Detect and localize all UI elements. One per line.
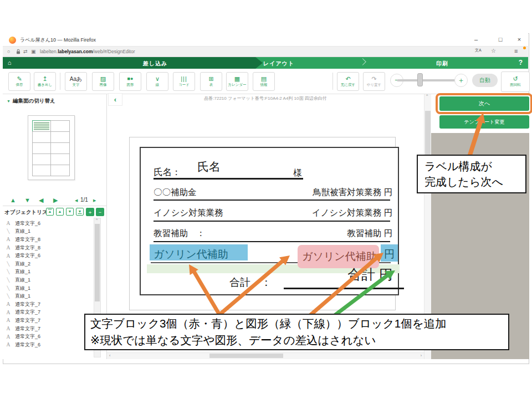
thumbnail-cell[interactable]: [50, 120, 70, 132]
shield-icon[interactable]: ○: [7, 48, 10, 55]
scroll-left-icon[interactable]: ‹: [109, 354, 110, 357]
scroll-up-icon[interactable]: ^: [96, 218, 98, 222]
thumbnail-cell[interactable]: [50, 131, 70, 143]
training-value-text[interactable]: 教習補助 円: [266, 228, 392, 239]
minimize-button[interactable]: –: [469, 34, 483, 45]
object-list-item[interactable]: A通常文字_7: [4, 316, 92, 325]
thumbnail-cell[interactable]: [32, 154, 52, 165]
export-button[interactable]: ↥書き出し: [34, 72, 56, 91]
remove-object-button[interactable]: −: [96, 208, 104, 216]
object-list-item[interactable]: A通常文字_6: [4, 219, 92, 228]
menu-icon[interactable]: ≡: [514, 48, 518, 54]
maximize-button[interactable]: □: [493, 34, 508, 45]
total-value-text[interactable]: 合計 円: [347, 265, 393, 284]
add-object-button[interactable]: ＋: [86, 208, 94, 216]
translate-icon[interactable]: 文A: [475, 48, 482, 53]
thumbnail-cell-active[interactable]: [32, 120, 52, 132]
scroll-right-icon[interactable]: ›: [421, 354, 422, 357]
name-label-text[interactable]: 氏名：: [154, 166, 181, 178]
info-tool-button[interactable]: ▤情報: [253, 72, 275, 91]
underline-object[interactable]: [154, 221, 390, 222]
edit-face-panel-label: 編集面の切り替え: [13, 98, 55, 104]
thumbnail-cell[interactable]: [32, 131, 52, 143]
zoom-slider-track[interactable]: [397, 79, 462, 81]
thumbnail-cell[interactable]: [50, 154, 70, 165]
bring-forward-button[interactable]: ▲: [56, 208, 64, 216]
object-list-item[interactable]: ╲直線_1: [4, 276, 92, 284]
text-tool-button[interactable]: Aaあ文字: [65, 72, 87, 91]
save-button[interactable]: ✎保存: [8, 72, 30, 91]
object-list-item[interactable]: ╲直線_1: [4, 284, 92, 293]
underline-object[interactable]: [284, 288, 404, 289]
underline-object[interactable]: [154, 178, 303, 180]
face-up-button[interactable]: ▲: [10, 197, 16, 203]
gasoline-text-block-blue[interactable]: ガソリン代補助: [150, 244, 248, 260]
training-label-text[interactable]: 教習補助 ：: [154, 228, 205, 239]
bring-to-front-button[interactable]: ▲: [46, 208, 54, 216]
sama-text[interactable]: 様: [293, 167, 302, 179]
subsidy-value-text[interactable]: 鳥獣被害対策業務 円: [266, 187, 392, 198]
rotate-face-button[interactable]: ↺面回転: [501, 71, 530, 92]
boar-value-text[interactable]: イノシシ対策業務 円: [266, 207, 392, 219]
code-tool-button[interactable]: |||コード: [173, 72, 195, 91]
object-list-item[interactable]: A通常文字_6: [4, 332, 92, 341]
tab-layout[interactable]: レイアウト: [254, 60, 304, 68]
calendar-tool-button[interactable]: ▦カレンダー: [226, 72, 248, 91]
page-prev-icon[interactable]: ◀: [75, 198, 78, 203]
thumbnail-cell[interactable]: [32, 142, 52, 154]
object-list-item[interactable]: A通常文字_7: [4, 300, 92, 309]
shape-tool-button[interactable]: ■●図形: [119, 72, 141, 91]
object-list-item[interactable]: A通常文字_6: [4, 252, 92, 260]
object-list-item[interactable]: A通常文字_8: [4, 244, 92, 252]
object-list-item[interactable]: ╲直線_1: [4, 268, 92, 277]
gasoline-text-block-pink[interactable]: ガソリン代補助: [298, 245, 379, 268]
object-list-item[interactable]: ╲直線_1: [4, 228, 92, 236]
home-button[interactable]: ⌂: [3, 57, 16, 69]
send-backward-button[interactable]: ▼: [66, 208, 74, 216]
tab-print[interactable]: 印刷: [426, 60, 459, 68]
close-button[interactable]: ×: [512, 34, 526, 45]
underline-object[interactable]: [154, 241, 390, 242]
thumbnail-cell[interactable]: [50, 142, 70, 154]
tab-sashikomi[interactable]: 差し込み: [133, 60, 177, 68]
next-button[interactable]: 次へ: [439, 96, 529, 111]
edit-face-panel-title[interactable]: ▼編集面の切り替え: [7, 98, 55, 105]
change-template-button[interactable]: テンプレート変更: [439, 115, 529, 129]
redo-button[interactable]: ↷やり直す: [363, 72, 385, 91]
help-button[interactable]: ?: [515, 59, 526, 66]
boar-label-text[interactable]: イノシシ対策業務: [154, 207, 223, 219]
undo-button[interactable]: ↶元に戻す: [337, 72, 359, 91]
zoom-slider-thumb[interactable]: [417, 73, 423, 86]
thumbnail-cell[interactable]: [32, 165, 52, 176]
object-list-item[interactable]: ╲直線_1: [4, 292, 92, 300]
send-to-back-button[interactable]: ▼: [76, 208, 84, 216]
collapse-sidebar-button[interactable]: ‹: [108, 93, 122, 106]
container-tab-icon[interactable]: ▣: [31, 48, 36, 55]
subsidy-label-text[interactable]: 〇〇補助金: [154, 187, 197, 198]
page-next-icon[interactable]: ▶: [93, 198, 96, 203]
bookmark-star-icon[interactable]: ☆: [491, 48, 496, 54]
yen-text-block-blue[interactable]: 円: [381, 244, 398, 262]
object-list-item[interactable]: A通常文字_8: [4, 236, 92, 244]
object-list-scroll-thumb[interactable]: [95, 224, 100, 301]
face-down-button[interactable]: ▼: [24, 197, 30, 203]
swap-icon[interactable]: ⇄: [23, 48, 28, 55]
scroll-up-icon[interactable]: ^: [426, 94, 428, 98]
auto-zoom-button[interactable]: 自動: [472, 74, 498, 87]
zoom-in-button[interactable]: ＋: [454, 74, 468, 87]
face-right-button[interactable]: ▶: [53, 197, 58, 204]
name-field-text[interactable]: 氏名: [197, 159, 221, 175]
object-list-item[interactable]: A通常文字_6: [4, 341, 92, 349]
object-list-item[interactable]: ╲直線_2: [4, 260, 92, 268]
line-tool-button[interactable]: ∨線: [146, 72, 168, 91]
face-left-button[interactable]: ◀: [39, 197, 43, 204]
url-input[interactable]: labelten.labelyasan.com/web/#/DesignEdit…: [40, 49, 135, 54]
table-tool-button[interactable]: ⊞表: [200, 72, 222, 91]
underline-object[interactable]: [154, 200, 390, 201]
image-tool-button[interactable]: ▨画像: [92, 72, 114, 91]
total-label-text[interactable]: 合計 ：: [229, 275, 272, 290]
object-list-item[interactable]: A通常文字_7: [4, 309, 92, 317]
canvas-horizontal-scroll-thumb[interactable]: [209, 354, 283, 358]
object-list-item[interactable]: A通常文字_7: [4, 325, 92, 333]
thumbnail-cell[interactable]: [50, 165, 70, 176]
